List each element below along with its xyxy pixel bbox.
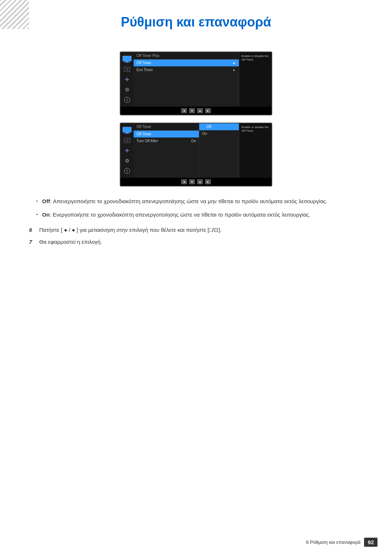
step-7: 7 Θα εφαρμοστεί η επιλογή.	[29, 238, 363, 246]
monitor-icon	[122, 55, 132, 63]
svg-rect-4	[126, 132, 128, 133]
bold-off: Off	[42, 198, 50, 204]
help-text-content: Enable or disable the Off Timer.	[241, 54, 269, 61]
help-text-1: Enable or disable the Off Timer.	[239, 52, 271, 107]
menu-area-1: Off Timer Plus Off Timer ► Eco Timer ►	[134, 52, 239, 107]
sidebar-icons-2: ✕ ✛ ⚙ i	[121, 123, 134, 178]
move-icon-2: ✛	[122, 147, 132, 155]
checkmark-icon: ✔	[202, 125, 205, 129]
submenu-item-off[interactable]: ✔ Off	[199, 123, 239, 130]
screenshot-1: ✕ ✛ ⚙ i Off Timer Plus	[120, 52, 272, 115]
info-icon: i	[122, 96, 132, 104]
nav-right-btn-2[interactable]: ►	[205, 179, 211, 184]
svg-rect-1	[126, 61, 128, 62]
nav-right-btn[interactable]: ►	[205, 108, 211, 113]
corner-decoration	[0, 0, 29, 29]
step-num-6: 6	[29, 226, 35, 234]
main-content: ✕ ✛ ⚙ i Off Timer Plus	[0, 37, 392, 257]
footer: 6 Ρύθμιση και επαναφορά 92	[306, 538, 377, 547]
step-text-7: Θα εφαρμοστεί η επιλογή.	[39, 238, 363, 246]
svg-rect-5	[124, 133, 130, 134]
step-num-7: 7	[29, 238, 35, 246]
screenshots-container: ✕ ✛ ⚙ i Off Timer Plus	[29, 52, 363, 186]
move-icon: ✛	[122, 75, 132, 83]
bullet-on-text: : Ενεργοποιήστε το χρονοδιακόπτη απενεργ…	[50, 212, 311, 218]
step-text-6: Πατήστε [ ● / ● ] για μετακίνηση στην επ…	[39, 226, 363, 234]
sidebar-icons-1: ✕ ✛ ⚙ i	[121, 52, 134, 107]
nav-bar-2: ◄ ▼ ▲ ►	[121, 178, 271, 186]
menu-item-label: Turn Off After	[136, 139, 158, 143]
menu-header-1: Off Timer Plus	[134, 52, 239, 59]
monitor-icon-2	[122, 126, 132, 134]
menu-item-eco-timer[interactable]: Eco Timer ►	[134, 66, 239, 73]
menu-item-label: Eco Timer	[136, 68, 153, 72]
arrow-icon: ►	[233, 61, 236, 65]
submenu-item-on[interactable]: On	[199, 130, 239, 137]
info-icon-2: i	[122, 167, 132, 175]
menu-header-2: Off Timer	[134, 123, 199, 131]
submenu-panel: ✔ Off On	[199, 123, 239, 178]
picture-icon-2: ✕	[122, 136, 132, 144]
submenu-label: On	[202, 132, 207, 136]
bullet-list: Off: Απενεργοποιήστε το χρονοδιακόπτη απ…	[29, 197, 363, 219]
step-6: 6 Πατήστε [ ● / ● ] για μετακίνηση στην …	[29, 226, 363, 234]
menu-item-label: Off Timer	[136, 132, 151, 136]
page-title: Ρύθμιση και επαναφορά	[0, 0, 392, 37]
nav-left-btn[interactable]: ◄	[181, 108, 187, 113]
svg-rect-2	[124, 62, 130, 62]
bold-on: On	[42, 212, 50, 218]
help-text-content-2: Enable or disable the Off Timer.	[241, 126, 269, 132]
svg-rect-3	[123, 127, 131, 132]
picture-icon: ✕	[122, 65, 132, 73]
bullet-off-text: : Απενεργοποιήστε το χρονοδιακόπτη απενε…	[50, 198, 327, 204]
menu-item-off-timer-2[interactable]: Off Timer	[134, 131, 199, 138]
svg-rect-0	[123, 56, 131, 61]
submenu-label: Off	[207, 125, 211, 129]
screenshot-2: ✕ ✛ ⚙ i Off Timer	[120, 123, 272, 186]
arrow-icon: ►	[233, 68, 236, 72]
help-text-2: Enable or disable the Off Timer.	[239, 123, 271, 178]
nav-bar-1: ◄ ▼ ▲ ►	[121, 107, 271, 115]
bullet-item-off: Off: Απενεργοποιήστε το χρονοδιακόπτη απ…	[36, 197, 363, 206]
bullet-item-on: On: Ενεργοποιήστε το χρονοδιακόπτη απενε…	[36, 211, 363, 219]
menu-item-turn-off-after[interactable]: Turn Off After On	[134, 138, 199, 144]
menu-area-2: Off Timer Off Timer Turn Off After On	[134, 123, 199, 178]
nav-up-btn[interactable]: ▲	[197, 108, 203, 113]
turn-off-value: On	[191, 139, 196, 143]
nav-up-btn-2[interactable]: ▲	[197, 179, 203, 184]
nav-down-btn[interactable]: ▼	[189, 108, 195, 113]
page-number: 92	[364, 538, 377, 547]
gear-icon-2: ⚙	[122, 157, 132, 165]
numbered-steps: 6 Πατήστε [ ● / ● ] για μετακίνηση στην …	[29, 226, 363, 246]
nav-left-btn-2[interactable]: ◄	[181, 179, 187, 184]
footer-label: 6 Ρύθμιση και επαναφορά	[306, 539, 360, 545]
menu-item-label: Off Timer	[136, 61, 151, 65]
gear-icon: ⚙	[122, 86, 132, 94]
menu-item-off-timer[interactable]: Off Timer ►	[134, 59, 239, 66]
nav-down-btn-2[interactable]: ▼	[189, 179, 195, 184]
